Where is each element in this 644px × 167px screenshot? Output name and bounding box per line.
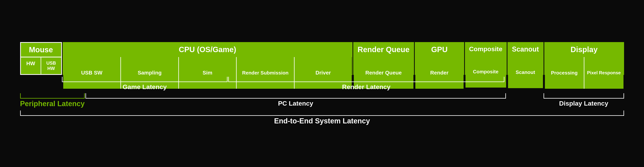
render-queue-group: Render Queue Render Queue	[353, 42, 414, 75]
peripheral-latency-bracket: Peripheral Latency	[20, 93, 85, 108]
end-to-end-latency-brace	[20, 111, 624, 116]
display-latency-label: Display Latency	[559, 99, 608, 107]
mouse-usbhw-block: USB HW	[41, 57, 61, 74]
rq-header: Render Queue	[354, 43, 414, 57]
display-group: Display Processing Pixel Response	[544, 42, 624, 75]
end-to-end-latency-label: End-to-End System Latency	[274, 116, 370, 125]
display-header: Display	[545, 43, 624, 57]
composite-header: Composite	[466, 43, 506, 56]
gpu-group: GPU Render	[415, 42, 464, 75]
mouse-hw-block: HW	[21, 57, 42, 74]
pc-latency-label: PC Latency	[278, 99, 313, 107]
game-latency-bracket: Game Latency	[62, 77, 228, 91]
display-pixel-response: Pixel Response	[584, 57, 624, 89]
scanout-block: Scanout	[508, 56, 543, 88]
peripheral-latency-label: Peripheral Latency	[20, 99, 85, 108]
composite-group: Composite Composite	[465, 42, 507, 75]
render-latency-label: Render Latency	[342, 82, 390, 91]
blocks-row: Mouse HW USB HW CPU (OS/Game) USB SW Sam…	[20, 42, 624, 75]
display-processing: Processing	[545, 57, 584, 89]
pc-latency-bracket: PC Latency	[86, 93, 506, 107]
mouse-header: Mouse	[21, 43, 61, 57]
end-to-end-latency-bracket: End-to-End System Latency	[20, 111, 624, 125]
cpu-header: CPU (OS/Game)	[63, 43, 352, 57]
gpu-header: GPU	[415, 43, 464, 57]
mouse-group: Mouse HW USB HW	[20, 42, 62, 75]
display-latency-brace	[544, 93, 624, 99]
pc-latency-brace	[86, 93, 506, 99]
game-latency-brace	[62, 77, 228, 82]
render-latency-brace	[228, 77, 504, 82]
scanout-group: Scanout Scanout	[508, 42, 544, 75]
render-latency-bracket: Render Latency	[228, 77, 504, 91]
display-latency-bracket: Display Latency	[544, 93, 624, 107]
peripheral-latency-brace	[20, 93, 85, 99]
game-latency-label: Game Latency	[122, 82, 166, 91]
scanout-header: Scanout	[508, 43, 543, 56]
cpu-group: CPU (OS/Game) USB SW Sampling Sim Render…	[63, 42, 352, 75]
